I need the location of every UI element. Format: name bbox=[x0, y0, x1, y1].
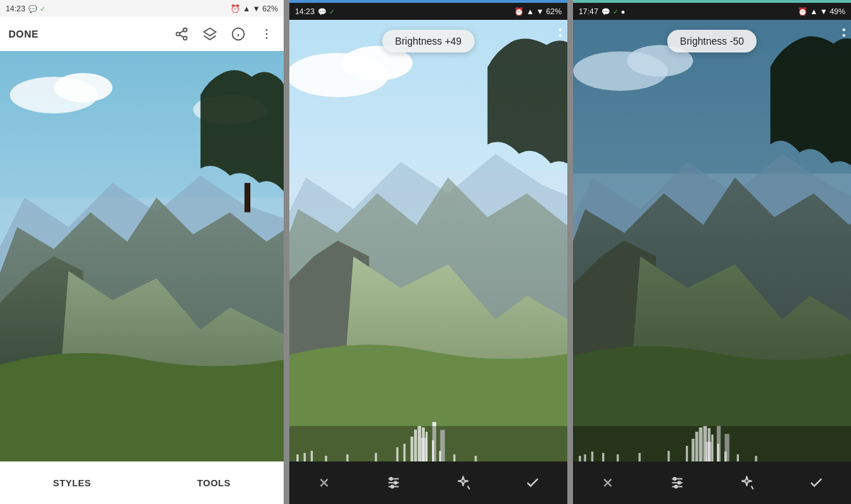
status-bar-1: 14:23 💬 ✓ ⏰ ▲ ▼ 62% bbox=[0, 0, 284, 17]
time-1: 14:23 bbox=[6, 4, 26, 13]
panel-divider-1 bbox=[284, 0, 289, 504]
battery-3: 49% bbox=[830, 7, 845, 16]
svg-point-14 bbox=[54, 73, 113, 102]
signal-icon-3: ▲ bbox=[810, 7, 818, 16]
layers-button[interactable] bbox=[201, 26, 218, 43]
confirm-button-3[interactable] bbox=[805, 471, 828, 494]
svg-rect-73 bbox=[703, 426, 707, 461]
svg-rect-34 bbox=[404, 444, 406, 461]
checkmark-icon: ✓ bbox=[40, 5, 45, 13]
svg-rect-38 bbox=[422, 427, 425, 461]
brightness-badge-2: Brightness +49 bbox=[382, 30, 474, 52]
tools-tab[interactable]: TOOLS bbox=[197, 478, 230, 488]
whatsapp-icon-3: 💬 bbox=[601, 8, 610, 16]
status-bar-3: 17:47 💬 ✓ ● ⏰ ▲ ▼ 49% bbox=[573, 3, 851, 20]
svg-point-1 bbox=[177, 33, 180, 36]
battery-1: 62% bbox=[262, 4, 278, 13]
svg-rect-27 bbox=[296, 454, 299, 461]
whatsapp-icon: 💬 bbox=[28, 5, 37, 13]
panel-dark: 17:47 💬 ✓ ● ⏰ ▲ ▼ 49% bbox=[573, 0, 851, 504]
svg-line-88 bbox=[751, 486, 753, 490]
svg-rect-79 bbox=[755, 456, 757, 461]
svg-rect-70 bbox=[691, 439, 694, 461]
svg-rect-43 bbox=[474, 456, 477, 461]
svg-rect-76 bbox=[717, 444, 719, 461]
svg-line-4 bbox=[179, 30, 184, 33]
svg-line-3 bbox=[179, 35, 184, 37]
magic-button-3[interactable] bbox=[735, 471, 758, 494]
wifi-icon-2: ▼ bbox=[536, 7, 544, 16]
bottom-toolbar-2 bbox=[289, 461, 567, 504]
wifi-icon-3: ▼ bbox=[820, 7, 828, 16]
svg-rect-62 bbox=[579, 456, 581, 461]
image-area-3: Brightness -50 bbox=[573, 20, 851, 461]
bottom-toolbar-3 bbox=[573, 461, 851, 504]
svg-rect-77 bbox=[724, 452, 726, 461]
bottom-toolbar-1: STYLES TOOLS bbox=[0, 461, 284, 504]
alarm-icon-3: ⏰ bbox=[798, 7, 808, 16]
svg-point-0 bbox=[184, 28, 187, 32]
svg-point-51 bbox=[391, 486, 394, 488]
svg-rect-40 bbox=[432, 440, 434, 461]
svg-rect-65 bbox=[602, 453, 604, 461]
cancel-button-3[interactable] bbox=[596, 471, 619, 494]
alarm-icon: ⏰ bbox=[230, 4, 240, 13]
svg-rect-74 bbox=[708, 428, 711, 461]
app-toolbar: DONE bbox=[0, 17, 284, 51]
svg-marker-5 bbox=[204, 28, 216, 36]
wifi-icon: ▼ bbox=[252, 4, 260, 13]
svg-rect-33 bbox=[396, 447, 399, 461]
svg-rect-17 bbox=[245, 183, 250, 212]
side-menu-3[interactable] bbox=[842, 28, 845, 37]
adjust-button-2[interactable] bbox=[382, 471, 405, 494]
svg-rect-30 bbox=[325, 456, 327, 461]
svg-rect-28 bbox=[304, 453, 306, 461]
image-area-2: Brightness +49 bbox=[289, 20, 567, 461]
time-2: 14:23 bbox=[295, 7, 315, 16]
time-3: 17:47 bbox=[579, 7, 599, 16]
adjust-button-3[interactable] bbox=[666, 471, 689, 494]
svg-rect-37 bbox=[418, 426, 421, 461]
cancel-button-2[interactable] bbox=[313, 471, 335, 494]
svg-rect-31 bbox=[346, 454, 348, 461]
more-button[interactable] bbox=[258, 26, 275, 43]
svg-rect-75 bbox=[711, 435, 713, 461]
share-button[interactable] bbox=[173, 26, 190, 43]
svg-rect-41 bbox=[439, 451, 441, 461]
svg-rect-72 bbox=[699, 427, 703, 461]
panel-bright: 14:23 💬 ✓ ⏰ ▲ ▼ 62% bbox=[289, 0, 567, 504]
alarm-icon-2: ⏰ bbox=[514, 7, 524, 16]
svg-rect-36 bbox=[414, 430, 417, 461]
svg-point-10 bbox=[266, 33, 268, 35]
svg-rect-39 bbox=[425, 432, 428, 461]
svg-point-86 bbox=[678, 481, 681, 484]
whatsapp-icon-2: 💬 bbox=[318, 8, 326, 16]
svg-point-85 bbox=[674, 478, 677, 481]
styles-tab[interactable]: STYLES bbox=[53, 478, 91, 488]
svg-point-2 bbox=[184, 36, 187, 40]
info-button[interactable] bbox=[230, 26, 247, 43]
signal-icon: ▲ bbox=[243, 4, 250, 13]
svg-point-9 bbox=[266, 29, 268, 31]
svg-rect-32 bbox=[375, 453, 377, 461]
svg-rect-69 bbox=[686, 446, 688, 461]
svg-point-87 bbox=[674, 486, 677, 488]
svg-rect-64 bbox=[591, 452, 594, 461]
svg-rect-35 bbox=[411, 437, 413, 461]
svg-rect-78 bbox=[737, 454, 739, 461]
check-icon-3: ✓ bbox=[613, 8, 618, 16]
status-bar-2: 14:23 💬 ✓ ⏰ ▲ ▼ 62% bbox=[289, 3, 567, 20]
done-button[interactable]: DONE bbox=[9, 28, 38, 40]
magic-button-2[interactable] bbox=[452, 471, 474, 494]
image-area-1 bbox=[0, 51, 284, 461]
panel-original: 14:23 💬 ✓ ⏰ ▲ ▼ 62% DONE bbox=[0, 0, 284, 504]
extra-icon-3: ● bbox=[621, 8, 625, 16]
svg-rect-66 bbox=[617, 454, 619, 461]
check-icon-2: ✓ bbox=[329, 8, 335, 16]
svg-line-52 bbox=[467, 486, 469, 490]
panel-divider-2 bbox=[567, 0, 573, 504]
brightness-badge-3: Brightness -50 bbox=[667, 30, 757, 52]
side-menu-2[interactable] bbox=[559, 28, 562, 37]
confirm-button-2[interactable] bbox=[521, 471, 544, 494]
histogram-3 bbox=[573, 426, 851, 461]
